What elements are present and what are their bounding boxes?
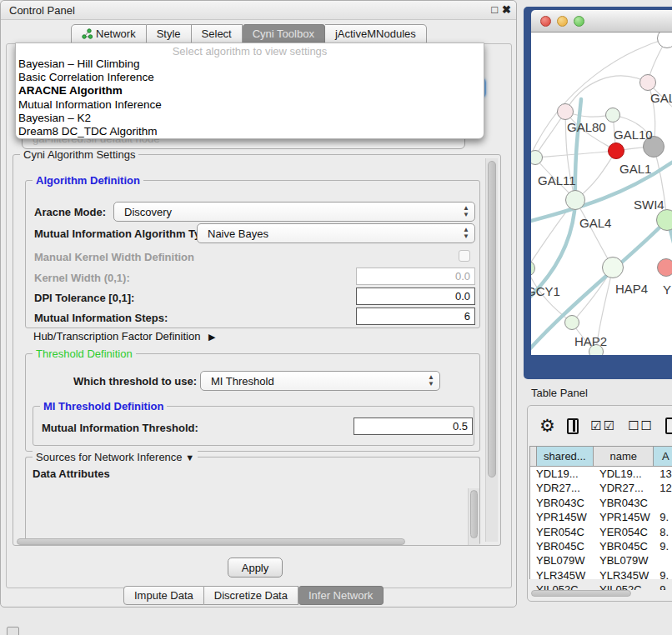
table-header-spacer xyxy=(530,447,537,466)
table-row[interactable]: YDL19...YDL19...13 xyxy=(530,467,672,481)
cyni-algorithm-settings-title: Cyni Algorithm Settings xyxy=(20,148,138,161)
node-label: GAL xyxy=(650,91,672,105)
network-node[interactable] xyxy=(639,74,656,91)
control-panel-window: Control Panel □ ✖ Network Style Select C… xyxy=(0,0,517,608)
node-label: HAP4 xyxy=(615,282,648,296)
table-row[interactable]: YPR145WYPR145W9. xyxy=(530,510,672,524)
mi-threshold-group: MI Threshold Definition Mutual Informati… xyxy=(33,406,474,446)
which-threshold-label: Which threshold to use: xyxy=(73,375,197,388)
minimize-traffic-light-icon[interactable] xyxy=(557,16,568,27)
sources-group-title[interactable]: Sources for Network Inference ▼ xyxy=(33,451,198,463)
table-panel-title: Table Panel xyxy=(531,387,588,399)
mi-threshold-label: Mutual Information Threshold: xyxy=(42,422,198,434)
menu-item-bayesian-hill-climbing[interactable]: Bayesian – Hill Climbing xyxy=(16,58,484,71)
table-row[interactable]: YLR345WYLR345W9. xyxy=(530,568,672,582)
network-node-gal1-selected[interactable] xyxy=(608,142,624,159)
network-node-hap2[interactable] xyxy=(564,315,579,330)
table-header-row: shared... name A xyxy=(530,447,672,467)
mi-steps-label: Mutual Information Steps: xyxy=(34,312,168,324)
mi-type-combo[interactable]: Naive Bayes ▲▼ xyxy=(197,223,475,243)
stepper-icon: ▲▼ xyxy=(463,205,469,218)
deselect-all-checkboxes-icon[interactable]: ☐☐ xyxy=(628,418,654,433)
list-scrollbar[interactable] xyxy=(468,488,479,545)
hub-definition-toggle[interactable]: Hub/Transcription Factor Definition ▶ xyxy=(33,330,215,342)
stepper-icon: ▲▼ xyxy=(428,374,434,388)
node-label: GAL10 xyxy=(614,128,653,142)
tab-select[interactable]: Select xyxy=(192,24,243,43)
network-node-gal80[interactable] xyxy=(557,103,574,120)
dpi-tolerance-label: DPI Tolerance [0,1]: xyxy=(34,292,134,304)
tab-jactivemnodules[interactable]: jActiveMNodules xyxy=(325,24,427,43)
control-panel-titlebar: Control Panel □ ✖ xyxy=(1,1,516,20)
mi-threshold-group-title: MI Threshold Definition xyxy=(40,400,167,412)
minimized-panel-icon[interactable] xyxy=(7,627,19,635)
table-row[interactable]: YIL052CYIL052C9. xyxy=(530,582,672,590)
cyni-algorithm-settings-group: Cyni Algorithm Settings Algorithm Defini… xyxy=(13,154,501,546)
screenshot-root: Control Panel □ ✖ Network Style Select C… xyxy=(0,0,672,635)
bottom-tabs: Impute Data Discretize Data Infer Networ… xyxy=(123,586,384,605)
tab-infer-network[interactable]: Infer Network xyxy=(298,586,384,605)
network-canvas[interactable]: GAL GAL80 GAL10 GAL1 GAL11 SWI4 GAL4 GCY… xyxy=(531,32,672,355)
node-label: GAL1 xyxy=(619,162,651,176)
expanded-arrow-icon: ▼ xyxy=(185,452,194,462)
algorithm-definition-title: Algorithm Definition xyxy=(33,174,143,187)
export-table-icon[interactable] xyxy=(665,418,672,434)
mi-steps-field[interactable]: 6 xyxy=(356,308,475,325)
column-header-next[interactable]: A xyxy=(654,447,672,466)
zoom-traffic-light-icon[interactable] xyxy=(574,16,584,27)
list-scrollbar-thumb[interactable] xyxy=(470,490,478,538)
aracne-mode-combo[interactable]: Discovery ▲▼ xyxy=(113,202,475,222)
popup-placeholder: Select algorithm to view settings xyxy=(16,43,484,58)
table-row[interactable]: YBR043CYBR043C xyxy=(530,496,672,510)
algorithm-dropdown-popup: Select algorithm to view settings Bayesi… xyxy=(15,42,484,139)
apply-button[interactable]: Apply xyxy=(228,558,283,578)
show-columns-icon[interactable] xyxy=(567,418,579,434)
network-node-swi4[interactable] xyxy=(656,209,672,231)
which-threshold-combo[interactable]: MI Threshold ▲▼ xyxy=(200,371,440,391)
stepper-icon: ▲▼ xyxy=(463,227,469,240)
node-label: SWI4 xyxy=(634,198,664,212)
table-row[interactable]: YER054CYER054C8. xyxy=(530,525,672,539)
node-label: GCY1 xyxy=(531,284,560,298)
network-node-salmon[interactable] xyxy=(657,258,672,277)
float-window-icon[interactable]: □ xyxy=(491,3,498,16)
mi-threshold-field[interactable]: 0.5 xyxy=(354,418,473,435)
menu-item-dream8[interactable]: Dream8 DC_TDC Algorithm xyxy=(16,125,484,138)
settings-scrollbar[interactable] xyxy=(485,158,498,542)
algorithm-definition-group: Algorithm Definition Aracne Mode: Discov… xyxy=(25,180,480,328)
table-row[interactable]: YBL079WYBL079W xyxy=(530,553,672,568)
gear-icon[interactable]: ⚙ xyxy=(539,416,555,436)
kernel-width-field[interactable]: 0.0 xyxy=(356,268,475,285)
network-window: GAL GAL80 GAL10 GAL1 GAL11 SWI4 GAL4 GCY… xyxy=(524,7,672,379)
network-node-hap4[interactable] xyxy=(602,257,624,278)
tab-impute-data[interactable]: Impute Data xyxy=(123,586,204,605)
menu-item-bayesian-k2[interactable]: Bayesian – K2 xyxy=(16,112,484,125)
table-row[interactable]: YBR045CYBR045C9. xyxy=(530,539,672,553)
network-node-gal4[interactable] xyxy=(565,190,585,210)
menu-item-basic-correlation[interactable]: Basic Correlation Inference xyxy=(16,71,484,84)
manual-kernel-checkbox[interactable] xyxy=(459,250,470,262)
menu-item-mutual-information[interactable]: Mutual Information Inference xyxy=(16,98,484,112)
network-node-gal10[interactable] xyxy=(605,108,620,122)
node-label: Y xyxy=(663,282,671,297)
close-traffic-light-icon[interactable] xyxy=(540,16,551,27)
node-label: GAL11 xyxy=(538,173,576,188)
settings-hscrollbar-thumb[interactable] xyxy=(17,538,405,545)
tab-cyni-toolbox[interactable]: Cyni Toolbox xyxy=(243,24,325,43)
column-header-name[interactable]: name xyxy=(594,447,654,466)
close-window-icon[interactable]: ✖ xyxy=(502,3,511,16)
table-row[interactable]: YDR27...YDR27...12 xyxy=(530,481,672,495)
dpi-tolerance-field[interactable]: 0.0 xyxy=(356,288,475,305)
table-panel: ⚙ ☑☑ ☐☐ shared... name A YDL19...YDL19..… xyxy=(527,405,672,602)
tab-style[interactable]: Style xyxy=(147,24,192,43)
network-icon xyxy=(82,28,93,39)
settings-scrollbar-thumb[interactable] xyxy=(488,161,496,478)
threshold-definition-title: Threshold Definition xyxy=(33,348,136,360)
column-header-shared-name[interactable]: shared... xyxy=(537,447,594,466)
menu-item-aracne[interactable]: ARACNE Algorithm xyxy=(16,84,484,98)
tab-discretize-data[interactable]: Discretize Data xyxy=(204,586,298,605)
select-all-checkboxes-icon[interactable]: ☑☑ xyxy=(590,418,616,433)
network-window-titlebar[interactable] xyxy=(531,10,672,32)
table-hscrollbar-thumb[interactable] xyxy=(531,590,631,597)
tab-network[interactable]: Network xyxy=(71,24,147,43)
